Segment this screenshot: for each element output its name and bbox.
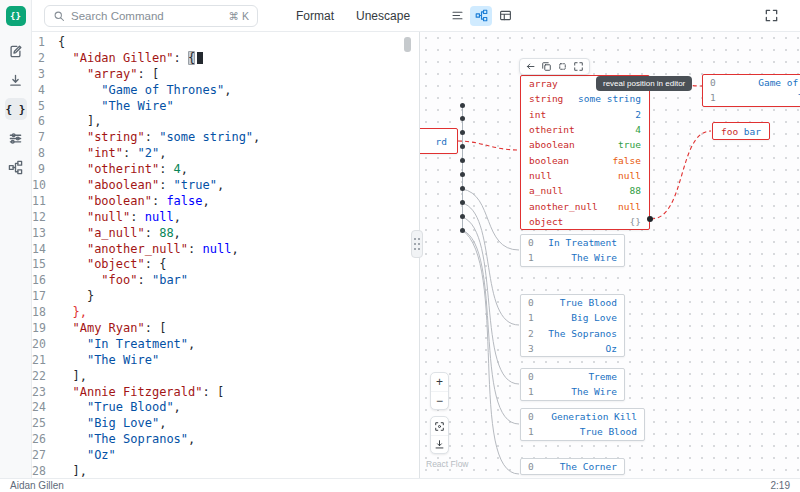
line-number: 25 — [32, 416, 58, 432]
editor-line[interactable]: 5 "The Wire" — [32, 99, 415, 115]
array-node-amy-ryan[interactable]: 0In Treatment1The Wire — [520, 234, 625, 267]
zoom-in-button[interactable]: + — [431, 373, 448, 391]
unescape-button[interactable]: Unescape — [350, 5, 416, 27]
edge-amy — [462, 189, 519, 250]
line-number: 3 — [32, 67, 58, 83]
array-node-alice-farmer[interactable]: 0The Corner — [520, 458, 625, 475]
download-button[interactable] — [5, 69, 27, 91]
app-logo[interactable]: {} — [6, 6, 26, 26]
editor-line[interactable]: 10 "aboolean": "true", — [32, 178, 415, 194]
edit-document-button[interactable] — [5, 40, 27, 62]
line-number: 11 — [32, 194, 58, 210]
flow-icon — [475, 9, 488, 22]
array-row: 1The Wire — [521, 384, 624, 399]
node-toolbar — [519, 58, 590, 75]
port-dot — [460, 172, 465, 177]
editor-line[interactable]: 18 }, — [32, 305, 415, 321]
node-row-null[interactable]: nullnull — [521, 168, 649, 183]
graph-canvas[interactable]: rd array[]stringsome stringint2otherint4… — [420, 32, 800, 478]
editor-scrollbar-thumb[interactable] — [404, 37, 411, 52]
line-text: "foo": "bar" — [58, 273, 188, 289]
parent-node-clipped[interactable]: rd — [420, 128, 458, 154]
editor-line[interactable]: 6 ], — [32, 114, 415, 130]
editor-line[interactable]: 8 "int": "2", — [32, 146, 415, 162]
editor-line[interactable]: 14 "another_null": null, — [32, 242, 415, 258]
fit-icon — [434, 421, 445, 432]
node-row-another_null[interactable]: another_nullnull — [521, 198, 649, 213]
transform-button[interactable] — [5, 127, 27, 149]
editor-line[interactable]: 15 "object": { — [32, 257, 415, 273]
resize-grip-icon[interactable] — [411, 230, 423, 258]
fit-view-button[interactable] — [431, 417, 448, 435]
download-image-button[interactable] — [431, 435, 448, 453]
line-number: 28 — [32, 464, 58, 478]
editor-line[interactable]: 26 "The Sopranos", — [32, 432, 415, 448]
node-row-aboolean[interactable]: abooleantrue — [521, 137, 649, 152]
array-row: 1The Wire — [703, 90, 800, 105]
editor-line[interactable]: 11 "boolean": false, — [32, 194, 415, 210]
editor-line[interactable]: 16 "foo": "bar" — [32, 273, 415, 289]
editor-line[interactable]: 1{ — [32, 35, 415, 51]
editor-line[interactable]: 28 ], — [32, 464, 415, 478]
list-icon — [451, 9, 464, 22]
format-button[interactable]: Format — [290, 5, 340, 27]
line-number: 4 — [32, 83, 58, 99]
focus-node-button[interactable] — [555, 60, 570, 74]
line-number: 2 — [32, 51, 58, 67]
editor-line[interactable]: 24 "True Blood", — [32, 400, 415, 416]
flow-view-button[interactable] — [470, 6, 492, 26]
reveal-in-editor-button[interactable] — [523, 60, 538, 74]
node-row-string[interactable]: stringsome string — [521, 91, 649, 106]
editor-line[interactable]: 3 "array": [ — [32, 67, 415, 83]
editor-line[interactable]: 27 "Oz" — [32, 448, 415, 464]
table-icon — [499, 9, 512, 22]
selected-object-node[interactable]: array[]stringsome stringint2otherint4abo… — [520, 75, 650, 230]
editor-line[interactable]: 25 "Big Love", — [32, 416, 415, 432]
object-port-dot — [647, 216, 653, 222]
line-text: } — [58, 289, 94, 305]
editor-line[interactable]: 13 "a_null": 88, — [32, 226, 415, 242]
zoom-out-button[interactable]: − — [431, 391, 448, 409]
node-key: null — [529, 170, 552, 181]
array-node-anwan-glover[interactable]: 0Treme1The Wire — [520, 368, 625, 401]
editor-line[interactable]: 22 ], — [32, 369, 415, 385]
fullscreen-button[interactable] — [760, 5, 782, 27]
sidebar-nav: {} { } — [0, 0, 32, 478]
list-view-button[interactable] — [446, 6, 468, 26]
copy-node-button[interactable] — [539, 60, 554, 74]
node-row-a_null[interactable]: a_null88 — [521, 183, 649, 198]
node-row-object[interactable]: object{} — [521, 214, 649, 229]
object-node-foo[interactable]: foo bar — [712, 122, 770, 140]
view-mode-toolbar — [446, 6, 516, 26]
foo-key: foo — [721, 126, 738, 137]
download-icon — [8, 73, 23, 88]
expand-node-button[interactable] — [571, 60, 586, 74]
node-row-int[interactable]: int2 — [521, 107, 649, 122]
port-dot — [460, 103, 465, 108]
line-text: ], — [58, 464, 87, 478]
editor-line[interactable]: 7 "string": "some string", — [32, 130, 415, 146]
array-node-annie-fitzgerald[interactable]: 0True Blood1Big Love2The Sopranos3Oz — [520, 294, 625, 357]
search-command-input[interactable]: Search Command ⌘ K — [44, 5, 258, 27]
editor-line[interactable]: 20 "In Treatment", — [32, 337, 415, 353]
json-editor[interactable]: 1{2 "Aidan Gillen": {3 "array": [4 "Game… — [32, 32, 415, 478]
array-row: 0In Treatment — [521, 235, 624, 250]
editor-line[interactable]: 4 "Game of Thrones", — [32, 83, 415, 99]
array-row: 0The Corner — [521, 459, 624, 474]
editor-line[interactable]: 2 "Aidan Gillen": { — [32, 51, 415, 67]
node-row-boolean[interactable]: booleanfalse — [521, 152, 649, 167]
editor-line[interactable]: 23 "Annie Fitzgerald": [ — [32, 385, 415, 401]
editor-line[interactable]: 19 "Amy Ryan": [ — [32, 321, 415, 337]
editor-line[interactable]: 9 "otherint": 4, — [32, 162, 415, 178]
array-node-alexander-skarsgard[interactable]: 0Generation Kill1True Blood — [520, 408, 645, 441]
editor-line[interactable]: 21 "The Wire" — [32, 353, 415, 369]
editor-line[interactable]: 12 "null": null, — [32, 210, 415, 226]
editor-line[interactable]: 17 } — [32, 289, 415, 305]
array-node-aidan-array[interactable]: 0Game of Thrones1The Wire — [702, 74, 800, 107]
line-number: 26 — [32, 432, 58, 448]
graph-nodes-button[interactable] — [5, 156, 27, 178]
table-view-button[interactable] — [494, 6, 516, 26]
json-editor-button[interactable]: { } — [5, 98, 27, 120]
node-key: int — [529, 109, 546, 120]
node-row-otherint[interactable]: otherint4 — [521, 122, 649, 137]
